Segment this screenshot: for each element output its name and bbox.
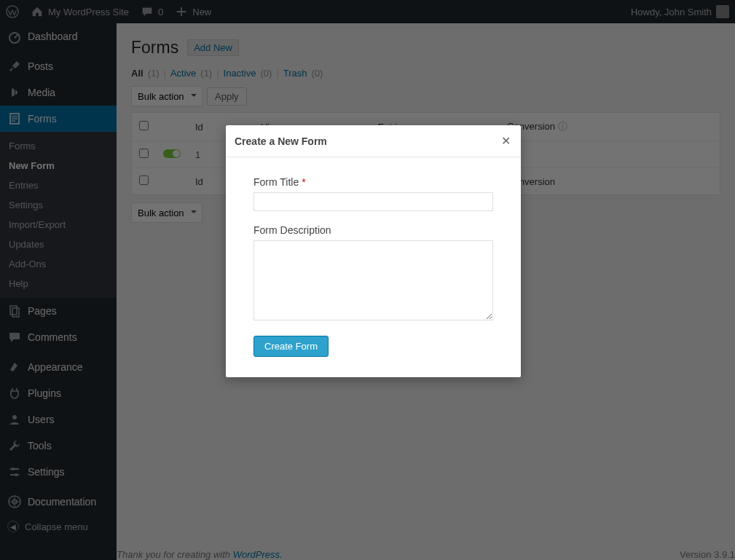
create-form-modal: Create a New Form ✕ Form Title * Form De… [226,125,521,377]
form-description-label: Form Description [253,224,493,236]
modal-header: Create a New Form ✕ [226,125,521,157]
close-icon[interactable]: ✕ [500,133,512,149]
form-title-label: Form Title * [253,176,493,188]
create-form-button[interactable]: Create Form [253,336,329,357]
modal-title: Create a New Form [235,135,327,147]
form-description-textarea[interactable] [253,240,493,320]
modal-body: Form Title * Form Description Create For… [226,157,521,377]
form-title-input[interactable] [253,192,493,211]
